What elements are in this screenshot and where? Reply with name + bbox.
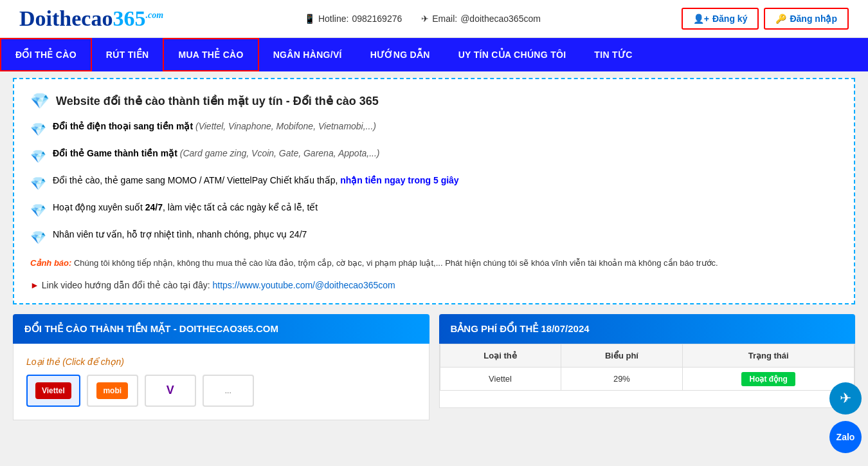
- card-mobifone[interactable]: mobi: [87, 375, 138, 407]
- rates-table: Loại thẻ Biểu phí Trạng thái Viettel 29%…: [440, 344, 855, 391]
- auth-buttons: 👤+ Đăng ký 🔑 Đăng nhập: [682, 8, 849, 30]
- col-bieu-phi: Biểu phí: [561, 344, 683, 367]
- nav-item-uy-tin[interactable]: UY TÍN CỦA CHÚNG TÔI: [444, 39, 581, 70]
- info-item-4: 💎 Hoạt động xuyên suốt 24/7, làm việc tấ…: [30, 201, 838, 220]
- diamond-blue-icon-3: 💎: [30, 174, 46, 193]
- nav-item-rut-tien[interactable]: RÚT TIỀN: [92, 39, 163, 70]
- info-item-2: 💎 Đổi thẻ Game thành tiền mặt (Card game…: [30, 147, 838, 166]
- rates-panel-header: BẢNG PHÍ ĐỔI THẺ 18/07/2024: [439, 314, 856, 344]
- exchange-panel: ĐỔI THẺ CÀO THÀNH TIỀN MẶT - DOITHECAO36…: [13, 314, 429, 420]
- nav-item-huong-dan[interactable]: HƯỚNG DẪN: [356, 39, 444, 70]
- info-item-5: 💎 Nhân viên tư vấn, hỗ trợ nhiệt tình, n…: [30, 228, 838, 247]
- diamond-blue-icon-5: 💎: [30, 228, 46, 247]
- card-selection-row: Viettel mobi V ...: [26, 375, 416, 407]
- logo: Doithecao365.com: [19, 6, 163, 31]
- telegram-icon: ✈: [840, 390, 851, 407]
- login-icon: 🔑: [775, 14, 786, 24]
- card-viettel[interactable]: Viettel: [26, 375, 80, 407]
- youtube-link[interactable]: https://www.youtube.com/@doithecao365com: [212, 280, 395, 290]
- info-box: 💎 Website đổi thẻ cào thành tiền mặt uy …: [13, 78, 855, 304]
- cell-name: Viettel: [440, 367, 561, 390]
- nav-item-doi-the-cao[interactable]: ĐỔI THẺ CÀO: [0, 38, 92, 71]
- diamond-blue-icon-4: 💎: [30, 201, 46, 220]
- info-item-3: 💎 Đổi thẻ cào, thẻ game sang MOMO / ATM/…: [30, 174, 838, 193]
- video-link: ► Link video hướng dẫn đổi thẻ cào tại đ…: [30, 280, 838, 290]
- diamond-purple-icon: 💎: [30, 92, 50, 110]
- email: ✈ Email: @doithecao365com: [421, 14, 541, 24]
- login-button[interactable]: 🔑 Đăng nhập: [764, 8, 849, 30]
- exchange-panel-header: ĐỔI THẺ CÀO THÀNH TIỀN MẶT - DOITHECAO36…: [13, 314, 429, 344]
- register-button[interactable]: 👤+ Đăng ký: [682, 8, 759, 30]
- arrow-right-icon: ►: [30, 280, 39, 290]
- main-content: 💎 Website đổi thẻ cào thành tiền mặt uy …: [0, 71, 868, 427]
- register-icon: 👤+: [693, 14, 709, 24]
- hotline: 📱 Hotline: 0982169276: [304, 14, 402, 24]
- contact-info: 📱 Hotline: 0982169276 ✈ Email: @doitheca…: [304, 14, 541, 24]
- col-trang-thai: Trạng thái: [683, 344, 854, 367]
- rates-panel: BẢNG PHÍ ĐỔI THẺ 18/07/2024 Loại thẻ Biể…: [439, 314, 856, 420]
- bottom-panels: ĐỔI THẺ CÀO THÀNH TIỀN MẶT - DOITHECAO36…: [13, 314, 855, 420]
- table-row: Viettel 29% Hoạt động: [440, 367, 854, 390]
- col-loai-the: Loại thẻ: [440, 344, 561, 367]
- logo-text: Doithecao365.com: [19, 6, 163, 31]
- nav-item-mua-the-cao[interactable]: MUA THẺ CÀO: [163, 38, 258, 71]
- exchange-panel-body: Loại thẻ (Click để chọn) Viettel mobi V …: [13, 344, 429, 420]
- site-header: Doithecao365.com 📱 Hotline: 0982169276 ✈…: [0, 0, 868, 38]
- diamond-blue-icon-1: 💎: [30, 120, 46, 139]
- rates-panel-body: Loại thẻ Biểu phí Trạng thái Viettel 29%…: [439, 344, 856, 408]
- card-other[interactable]: ...: [203, 375, 254, 407]
- main-navbar: ĐỔI THẺ CÀO RÚT TIỀN MUA THẺ CÀO NGÂN HÀ…: [0, 38, 868, 71]
- info-item-1: 💎 Đổi thẻ điện thoại sang tiền mặt (Viet…: [30, 120, 838, 139]
- cell-status: Hoạt động: [683, 367, 854, 390]
- diamond-blue-icon-2: 💎: [30, 147, 46, 166]
- cell-fee: 29%: [561, 367, 683, 390]
- info-title: 💎 Website đổi thẻ cào thành tiền mặt uy …: [30, 92, 838, 110]
- nav-item-ngan-hang[interactable]: NGÂN HÀNG/VÍ: [259, 39, 356, 70]
- nav-item-tin-tuc[interactable]: TIN TỨC: [580, 39, 646, 70]
- warning-text: Cảnh báo: Chúng tôi không tiếp nhận, khô…: [30, 257, 838, 270]
- status-badge: Hoạt động: [741, 372, 795, 386]
- telegram-button[interactable]: ✈: [829, 382, 862, 415]
- card-type-label: Loại thẻ (Click để chọn): [26, 357, 416, 367]
- card-vinaphone[interactable]: V: [145, 375, 196, 407]
